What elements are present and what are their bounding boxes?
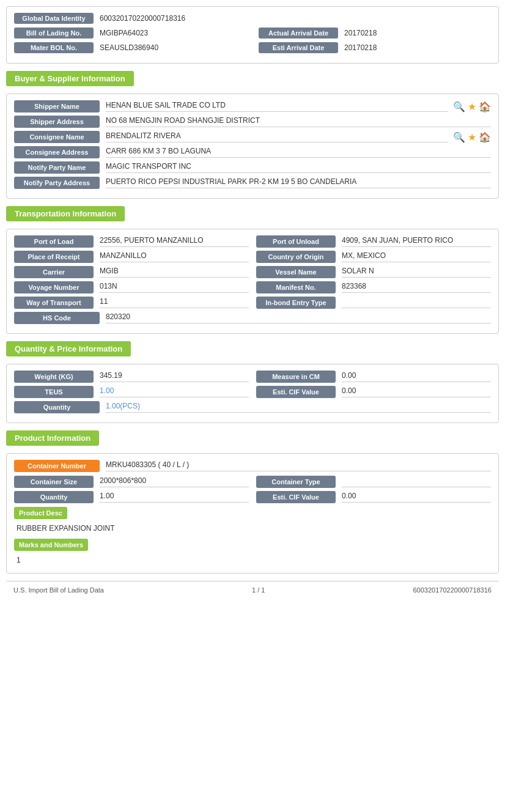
port-of-load-label: Port of Load (14, 235, 94, 248)
mater-bol-row: Mater BOL No. SEAUSLD386940 Esti Arrival… (14, 42, 491, 53)
voyage-number-value: 013N (100, 282, 249, 293)
hs-code-value: 820320 (106, 312, 491, 323)
shipper-star-icon[interactable]: ★ (468, 101, 476, 113)
global-identity-value: 600320170220000718316 (100, 14, 185, 23)
manifest-no-field: Manifest No. 823368 (256, 281, 491, 293)
consignee-name-value: BRENDALITZ RIVERA (106, 131, 448, 142)
marks-numbers-value: 1 (14, 553, 491, 567)
product-quantity-value: 1.00 (100, 492, 249, 503)
hs-code-row: HS Code 820320 (14, 312, 491, 324)
teus-label: TEUS (14, 386, 94, 398)
inbond-entry-field: In-bond Entry Type (256, 297, 491, 309)
teus-field: TEUS 1.00 (14, 386, 249, 398)
esti-arrival-label: Esti Arrival Date (259, 42, 338, 53)
buyer-supplier-header: Buyer & Supplier Information (6, 71, 134, 86)
bol-value: MGIBPA64023 (100, 29, 148, 37)
port-of-load-field: Port of Load 22556, PUERTO MANZANILLO (14, 235, 249, 248)
measure-label: Measure in CM (256, 371, 336, 383)
container-number-value: MRKU4083305 ( 40 / L / ) (106, 460, 491, 471)
shipper-name-label: Shipper Name (14, 100, 100, 113)
marks-numbers-label: Marks and Numbers (14, 539, 88, 551)
esti-arrival-right: Esti Arrival Date 20170218 (259, 42, 491, 53)
container-size-type-row: Container Size 2000*806*800 Container Ty… (14, 476, 491, 488)
port-of-load-value: 22556, PUERTO MANZANILLO (100, 236, 249, 247)
notify-party-address-value: PUERTO RICO PEPSI INDUSTRIAL PARK PR-2 K… (106, 177, 491, 188)
container-number-row: Container Number MRKU4083305 ( 40 / L / … (14, 460, 491, 472)
teus-cif-row: TEUS 1.00 Esti. CIF Value 0.00 (14, 386, 491, 398)
notify-party-address-label: Notify Party Address (14, 177, 100, 189)
consignee-address-value: CARR 686 KM 3 7 BO LAGUNA (106, 147, 491, 158)
consignee-address-label: Consignee Address (14, 146, 100, 158)
esti-cif-value: 0.00 (342, 386, 491, 397)
shipper-name-value: HENAN BLUE SAIL TRADE CO LTD (106, 101, 448, 112)
footer-right: 600320170220000718316 (413, 586, 492, 594)
product-section: Container Number MRKU4083305 ( 40 / L / … (6, 453, 499, 574)
product-desc-label: Product Desc (14, 507, 67, 519)
voyage-number-label: Voyage Number (14, 281, 94, 293)
shipper-home-icon[interactable]: 🏠 (479, 101, 491, 113)
shipper-search-icon[interactable]: 🔍 (453, 101, 465, 113)
actual-arrival-right: Actual Arrival Date 20170218 (259, 28, 491, 39)
container-size-field: Container Size 2000*806*800 (14, 476, 249, 488)
product-qty-cif-row: Quantity 1.00 Esti. CIF Value 0.00 (14, 491, 491, 503)
esti-arrival-value: 20170218 (344, 43, 377, 52)
identity-section: Global Data Identity 6003201702200007183… (6, 6, 499, 64)
voyage-manifest-row: Voyage Number 013N Manifest No. 823368 (14, 281, 491, 293)
consignee-address-row: Consignee Address CARR 686 KM 3 7 BO LAG… (14, 146, 491, 158)
shipper-address-value: NO 68 MENGJIN ROAD SHANGJIE DISTRICT (106, 116, 491, 127)
bol-label: Bill of Lading No. (14, 28, 94, 39)
product-esti-cif-label: Esti. CIF Value (256, 491, 336, 503)
actual-arrival-value: 20170218 (344, 29, 377, 37)
container-type-label: Container Type (256, 476, 336, 488)
actual-arrival-label: Actual Arrival Date (259, 28, 338, 39)
carrier-value: MGIB (100, 267, 249, 278)
measure-value: 0.00 (342, 371, 491, 382)
place-of-receipt-field: Place of Receipt MANZANILLO (14, 251, 249, 263)
container-size-label: Container Size (14, 476, 94, 488)
way-of-transport-field: Way of Transport 11 (14, 297, 249, 309)
transport-inbond-row: Way of Transport 11 In-bond Entry Type (14, 297, 491, 309)
weight-label: Weight (KG) (14, 371, 94, 383)
consignee-search-icon[interactable]: 🔍 (453, 131, 465, 143)
product-esti-cif-field: Esti. CIF Value 0.00 (256, 491, 491, 503)
country-of-origin-label: Country of Origin (256, 251, 336, 263)
product-desc-value: RUBBER EXPANSION JOINT (14, 522, 491, 535)
shipper-address-row: Shipper Address NO 68 MENGJIN ROAD SHANG… (14, 116, 491, 128)
consignee-name-label: Consignee Name (14, 131, 100, 143)
measure-field: Measure in CM 0.00 (256, 371, 491, 383)
port-of-unload-label: Port of Unload (256, 235, 336, 248)
place-of-receipt-label: Place of Receipt (14, 251, 94, 263)
quantity-price-header: Quantity & Price Information (6, 341, 131, 356)
page-footer: U.S. Import Bill of Lading Data 1 / 1 60… (6, 581, 499, 599)
voyage-number-field: Voyage Number 013N (14, 281, 249, 293)
carrier-field: Carrier MGIB (14, 266, 249, 278)
place-country-row: Place of Receipt MANZANILLO Country of O… (14, 251, 491, 263)
way-of-transport-label: Way of Transport (14, 297, 94, 309)
weight-measure-row: Weight (KG) 345.19 Measure in CM 0.00 (14, 371, 491, 383)
notify-party-name-row: Notify Party Name MAGIC TRANSPORT INC (14, 161, 491, 174)
place-of-receipt-value: MANZANILLO (100, 251, 249, 262)
way-of-transport-value: 11 (100, 297, 249, 308)
quantity-row: Quantity 1.00(PCS) (14, 401, 491, 413)
notify-party-name-label: Notify Party Name (14, 161, 100, 174)
weight-field: Weight (KG) 345.19 (14, 371, 249, 383)
mater-bol-left: Mater BOL No. SEAUSLD386940 (14, 42, 246, 53)
notify-party-name-value: MAGIC TRANSPORT INC (106, 162, 491, 173)
consignee-star-icon[interactable]: ★ (468, 131, 476, 143)
shipper-icons: 🔍 ★ 🏠 (453, 101, 491, 113)
port-of-unload-value: 4909, SAN JUAN, PUERTO RICO (342, 236, 491, 247)
vessel-name-value: SOLAR N (342, 267, 491, 278)
transportation-section: Port of Load 22556, PUERTO MANZANILLO Po… (6, 229, 499, 334)
port-row: Port of Load 22556, PUERTO MANZANILLO Po… (14, 235, 491, 248)
shipper-address-label: Shipper Address (14, 116, 100, 128)
product-quantity-label: Quantity (14, 491, 94, 503)
global-identity-label: Global Data Identity (14, 13, 94, 24)
weight-value: 345.19 (100, 371, 249, 382)
product-esti-cif-value: 0.00 (342, 492, 491, 503)
carrier-label: Carrier (14, 266, 94, 278)
global-identity-row: Global Data Identity 6003201702200007183… (14, 13, 491, 24)
carrier-vessel-row: Carrier MGIB Vessel Name SOLAR N (14, 266, 491, 278)
notify-party-address-row: Notify Party Address PUERTO RICO PEPSI I… (14, 177, 491, 189)
teus-value: 1.00 (100, 386, 249, 397)
consignee-home-icon[interactable]: 🏠 (479, 131, 491, 143)
